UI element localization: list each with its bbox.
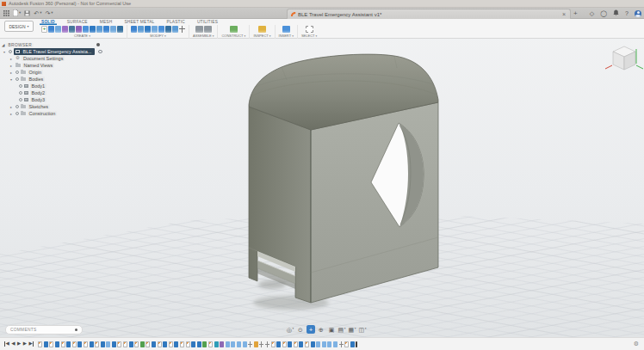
tree-row-document-settings[interactable]: ▸ ⚙ Document Settings xyxy=(2,55,103,62)
sketch-feature-icon[interactable] xyxy=(294,341,298,347)
tree-row-body1[interactable]: Body1 xyxy=(2,83,103,89)
sketch-feature-icon[interactable] xyxy=(146,341,150,347)
move-feature-icon[interactable] xyxy=(265,341,269,347)
extrude-feature-icon[interactable] xyxy=(55,341,59,347)
sketch-feature-icon[interactable] xyxy=(61,341,65,347)
visibility-bulb-icon[interactable] xyxy=(19,84,22,88)
combine-feature-icon[interactable] xyxy=(140,341,145,347)
workspace-selector[interactable]: DESIGN▾ xyxy=(4,21,34,32)
tree-row-body2[interactable]: Body2 xyxy=(2,89,103,96)
document-tab-close-icon[interactable]: × xyxy=(560,11,567,17)
extrude-feature-icon[interactable] xyxy=(163,341,167,347)
extrude-feature-icon[interactable] xyxy=(191,341,195,347)
draft-icon[interactable] xyxy=(152,26,158,33)
step-forward-icon[interactable]: ▶ xyxy=(23,341,27,347)
account-avatar[interactable] xyxy=(635,10,641,17)
fillet-icon[interactable] xyxy=(138,26,144,33)
app-grid-icon[interactable] xyxy=(3,10,9,16)
insert-canvas-icon[interactable] xyxy=(282,26,290,33)
revolve-icon[interactable] xyxy=(96,26,102,33)
ribbon-group-label[interactable]: CONSTRUCT ▾ xyxy=(221,34,245,39)
extrude-feature-icon[interactable] xyxy=(350,341,355,347)
shell-icon[interactable] xyxy=(145,26,151,33)
expand-arrow-icon[interactable]: ▸ xyxy=(10,57,14,61)
grid-snaps-icon[interactable]: ▦▾ xyxy=(348,325,356,334)
tree-row-origin[interactable]: ▸ Origin xyxy=(2,69,103,76)
pattern-feature-icon[interactable] xyxy=(220,341,224,347)
play-icon[interactable]: ▶ xyxy=(17,341,21,347)
joint-icon[interactable] xyxy=(204,26,212,33)
extrude-feature-icon[interactable] xyxy=(77,341,82,347)
fillet-feature-icon[interactable] xyxy=(327,341,331,347)
ribbon-group-label[interactable]: SELECT ▾ xyxy=(301,34,317,39)
browser-options-icon[interactable] xyxy=(96,43,100,46)
coil-icon[interactable] xyxy=(76,26,82,33)
expand-arrow-icon[interactable]: ▾ xyxy=(3,50,7,54)
expand-arrow-icon[interactable]: ▾ xyxy=(10,77,14,82)
collapse-arrow-icon[interactable]: ◢ xyxy=(2,43,4,47)
rib-icon[interactable] xyxy=(117,26,123,33)
scale-icon[interactable] xyxy=(158,26,164,33)
sketch-feature-icon[interactable] xyxy=(344,341,349,347)
tab-surface[interactable]: SURFACE xyxy=(65,19,90,25)
comments-options-icon[interactable] xyxy=(75,329,78,332)
tree-row-construction[interactable]: ▸ Construction xyxy=(2,110,103,117)
timeline-marker[interactable] xyxy=(356,341,357,347)
extrude-feature-icon[interactable] xyxy=(276,341,281,347)
tab-plastic[interactable]: PLASTIC xyxy=(164,19,186,25)
visibility-bulb-icon[interactable] xyxy=(15,112,19,115)
tab-sheet-metal[interactable]: SHEET METAL xyxy=(122,19,156,25)
ribbon-group-label[interactable]: CREATE ▾ xyxy=(74,34,90,39)
combine-feature-icon[interactable] xyxy=(202,341,207,347)
expand-arrow-icon[interactable]: ▸ xyxy=(10,64,14,68)
extrude-feature-icon[interactable] xyxy=(288,341,292,347)
offset-plane-icon[interactable] xyxy=(230,26,238,33)
notifications-bell-icon[interactable] xyxy=(613,9,619,17)
measure-icon[interactable] xyxy=(258,26,266,33)
sketch-feature-icon[interactable] xyxy=(208,341,213,347)
fillet-feature-icon[interactable] xyxy=(226,341,230,347)
tab-solid[interactable]: SOLID xyxy=(40,19,57,25)
press-pull-icon[interactable] xyxy=(131,26,137,33)
sketch-feature-icon[interactable] xyxy=(169,341,173,347)
visibility-bulb-icon[interactable] xyxy=(9,50,12,53)
extrude-feature-icon[interactable] xyxy=(90,341,94,347)
sketch-feature-icon[interactable] xyxy=(282,341,287,347)
sketch-feature-icon[interactable] xyxy=(49,341,53,347)
extrude-feature-icon[interactable] xyxy=(174,341,178,347)
save-icon[interactable] xyxy=(24,10,30,16)
sketch-feature-icon[interactable] xyxy=(158,341,162,347)
sketch-feature-icon[interactable] xyxy=(123,341,127,347)
sweep-icon[interactable] xyxy=(103,26,109,33)
create-sketch-icon[interactable] xyxy=(41,26,47,33)
new-document-tab-button[interactable]: + xyxy=(573,9,578,17)
new-component-icon[interactable] xyxy=(195,26,203,33)
move-feature-icon[interactable] xyxy=(339,341,344,347)
extrude-feature-icon[interactable] xyxy=(197,341,201,347)
fillet-feature-icon[interactable] xyxy=(322,341,326,347)
tab-mesh[interactable]: MESH xyxy=(98,19,115,25)
fit-icon[interactable]: ▣ xyxy=(327,325,336,334)
ribbon-group-label[interactable]: MODIFY ▾ xyxy=(150,34,165,39)
sketch-feature-icon[interactable] xyxy=(95,341,99,347)
extrude-feature-icon[interactable] xyxy=(66,341,71,347)
orbit-icon[interactable]: ◎▾ xyxy=(286,325,294,334)
extensions-icon[interactable]: ◇ xyxy=(590,10,594,16)
hole-feature-icon[interactable] xyxy=(214,341,219,347)
select-icon[interactable] xyxy=(306,26,313,33)
step-back-icon[interactable]: ◀ xyxy=(11,341,15,347)
tree-row-named-views[interactable]: ▸ Named Views xyxy=(2,62,103,69)
sketch-feature-icon[interactable] xyxy=(134,341,139,347)
zoom-icon[interactable]: ⊕ xyxy=(317,325,325,334)
tab-utilities[interactable]: UTILITIES xyxy=(195,19,220,25)
fillet-feature-icon[interactable] xyxy=(333,341,337,347)
document-tab[interactable]: BLE Travel Emergency Assistant v1* × xyxy=(287,9,571,19)
offset-face-icon[interactable] xyxy=(172,26,178,33)
undo-icon[interactable]: ↶▾ xyxy=(34,10,41,16)
visibility-bulb-icon[interactable] xyxy=(15,77,19,81)
visibility-bulb-icon[interactable] xyxy=(15,105,19,108)
visibility-bulb-icon[interactable] xyxy=(19,98,22,101)
ribbon-group-label[interactable]: INSERT ▾ xyxy=(279,34,294,39)
move-icon[interactable] xyxy=(179,26,185,33)
sketch-feature-icon[interactable] xyxy=(84,341,88,347)
